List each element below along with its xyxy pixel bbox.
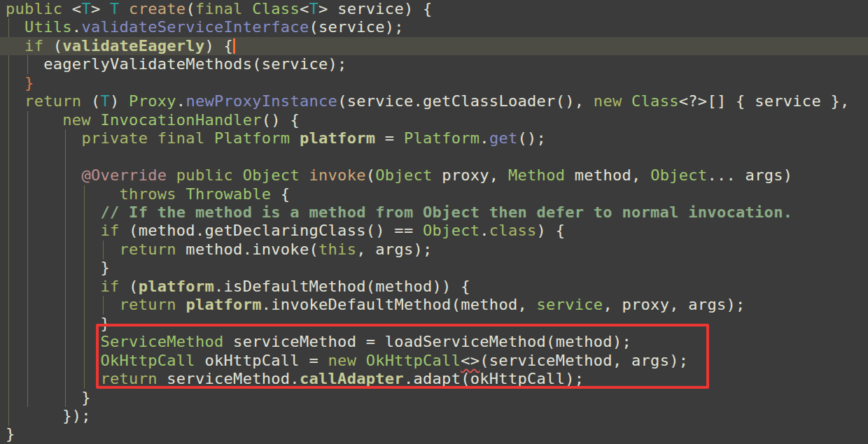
- token-plain: [176, 296, 186, 313]
- token-plain: ) {: [537, 222, 566, 239]
- token-plain: serviceMethod.: [158, 370, 300, 387]
- token-plain: [6, 166, 81, 184]
- token-plain: [6, 74, 24, 92]
- token-class: Object: [243, 166, 300, 184]
- token-plain: () {: [262, 111, 300, 129]
- token-plain: .adapt(okHttpCall);: [404, 370, 584, 387]
- token-plain: .: [479, 222, 489, 239]
- code-line[interactable]: }: [0, 315, 868, 333]
- token-type_param: T: [309, 0, 319, 17]
- code-line[interactable]: return serviceMethod.callAdapter.adapt(o…: [0, 370, 868, 388]
- code-line[interactable]: [0, 148, 868, 166]
- code-line[interactable]: ServiceMethod serviceMethod = loadServic…: [0, 333, 868, 351]
- token-plain: {: [271, 185, 290, 203]
- token-field: platform: [300, 129, 375, 147]
- token-plain: }: [6, 389, 91, 406]
- code-line[interactable]: public <T> T create(final Class<T> servi…: [0, 0, 868, 18]
- token-type_param: T: [81, 0, 91, 17]
- code-line[interactable]: if (method.getDeclaringClass() == Object…: [0, 222, 868, 240]
- code-line[interactable]: return (T) Proxy.newProxyInstance(servic…: [0, 92, 868, 110]
- code-line[interactable]: throws Throwable {: [0, 185, 868, 203]
- token-plain: [6, 278, 100, 295]
- token-keyword: private final: [81, 129, 214, 147]
- token-plain: ();: [518, 129, 547, 147]
- token-plain: <: [300, 0, 309, 17]
- token-plain: (: [120, 278, 139, 295]
- token-plain: (service.getClassLoader(),: [337, 92, 594, 110]
- code-line[interactable]: // If the method is a method from Object…: [0, 203, 868, 222]
- token-plain: [622, 92, 631, 110]
- code-line[interactable]: }: [0, 259, 868, 277]
- code-line[interactable]: return method.invoke(this, args);: [0, 241, 868, 259]
- token-plain: eagerlyValidateMethods(service);: [6, 55, 347, 73]
- code-line[interactable]: }: [0, 74, 868, 92]
- token-class: Method: [508, 166, 565, 184]
- token-class: Object: [375, 166, 432, 184]
- token-keyword: return: [120, 241, 176, 258]
- token-keyword: throws: [120, 185, 176, 203]
- token-keyword: this: [318, 241, 356, 258]
- code-line-current[interactable]: if (validateEagerly) {: [0, 37, 868, 55]
- token-plain: }: [6, 315, 110, 332]
- token-plain: [176, 185, 186, 203]
- code-line[interactable]: private final Platform platform = Platfo…: [0, 129, 868, 148]
- token-keyword: new: [62, 111, 91, 129]
- token-plain: (service);: [309, 18, 403, 36]
- code-line[interactable]: Utils.validateServiceInterface(service);: [0, 18, 868, 36]
- code-area[interactable]: public <T> T create(final Class<T> servi…: [0, 0, 868, 444]
- code-line[interactable]: if (platform.isDefaultMethod(method)) {: [0, 278, 868, 296]
- token-plain: .: [72, 18, 82, 36]
- code-line[interactable]: }: [0, 389, 868, 407]
- token-plain: =: [375, 129, 404, 147]
- token-plain: , args);: [356, 241, 432, 258]
- token-plain: >: [91, 0, 110, 17]
- code-line[interactable]: return platform.invokeDefaultMethod(meth…: [0, 296, 868, 314]
- token-field: callAdapter: [300, 370, 404, 387]
- token-plain: .isDefaultMethod(method)) {: [214, 278, 470, 295]
- token-plain: ): [110, 92, 129, 110]
- code-line[interactable]: new InvocationHandler() {: [0, 111, 868, 129]
- token-plain: > service) {: [318, 0, 433, 17]
- token-keyword: if: [100, 222, 119, 239]
- token-brace_match: }: [24, 74, 34, 92]
- token-plain: [6, 92, 24, 110]
- token-class: Platform: [404, 129, 479, 147]
- token-plain: method.invoke(: [176, 241, 318, 258]
- token-static_method: get: [489, 129, 518, 147]
- token-plain: }: [6, 425, 15, 443]
- code-editor[interactable]: public <T> T create(final Class<T> servi…: [0, 0, 868, 444]
- token-comment: // If the method is a method from Object…: [100, 203, 792, 221]
- token-plain: [167, 166, 176, 184]
- code-line[interactable]: });: [0, 407, 868, 425]
- token-keyword: return: [120, 296, 176, 313]
- token-class: Class: [631, 92, 679, 110]
- token-plain: , proxy, args);: [603, 296, 745, 313]
- token-keyword: if: [24, 37, 43, 55]
- token-plain: .: [176, 92, 186, 110]
- token-class: Object: [423, 222, 479, 239]
- token-annotation: @Override: [81, 166, 167, 184]
- token-plain: [6, 296, 120, 313]
- token-class: OkHttpCall: [366, 352, 461, 369]
- token-field: validateEagerly: [62, 37, 204, 55]
- token-class: Throwable: [186, 185, 271, 203]
- token-plain: [6, 203, 100, 221]
- token-plain: ) {: [204, 37, 233, 55]
- token-class: Proxy: [129, 92, 176, 110]
- token-class: InvocationHandler: [100, 111, 261, 129]
- token-method_decl: create: [129, 0, 186, 17]
- token-keyword: return: [24, 92, 81, 110]
- token-plain: <?>[] { service },: [679, 92, 850, 110]
- token-plain: (: [186, 0, 195, 17]
- token-class: Class: [252, 0, 300, 17]
- token-plain: [6, 18, 24, 36]
- code-line[interactable]: eagerlyValidateMethods(service);: [0, 55, 868, 73]
- code-line[interactable]: @Override public Object invoke(Object pr…: [0, 166, 868, 185]
- token-plain: (: [81, 92, 100, 110]
- token-class: service: [537, 296, 603, 313]
- token-field: platform: [186, 296, 261, 313]
- code-line[interactable]: }: [0, 425, 868, 443]
- token-class: ServiceMethod: [100, 333, 223, 350]
- token-plain: (: [366, 166, 376, 184]
- code-line[interactable]: OkHttpCall okHttpCall = new OkHttpCall<>…: [0, 352, 868, 370]
